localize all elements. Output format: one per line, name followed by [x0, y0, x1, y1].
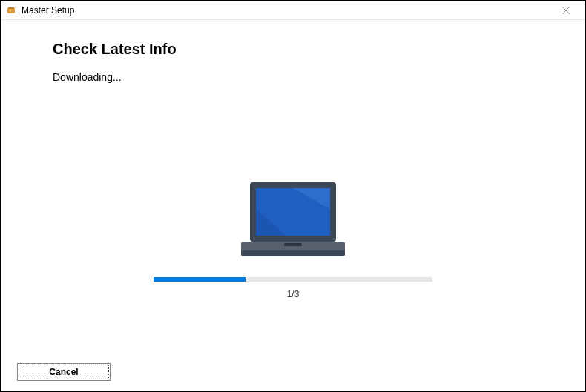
svg-rect-10: [284, 243, 302, 246]
status-text: Downloading...: [53, 71, 533, 83]
cancel-button[interactable]: Cancel: [17, 363, 111, 381]
close-button[interactable]: [551, 1, 581, 19]
content-area: Check Latest Info Downloading... 1/3: [1, 20, 585, 299]
page-heading: Check Latest Info: [53, 41, 533, 58]
footer: Cancel: [17, 363, 111, 381]
laptop-illustration: [53, 179, 533, 262]
titlebar: Master Setup: [1, 1, 585, 20]
svg-rect-1: [8, 7, 14, 9]
progress-area: 1/3: [53, 277, 533, 299]
svg-rect-9: [241, 250, 345, 256]
svg-rect-0: [7, 8, 15, 13]
progress-label: 1/3: [287, 289, 300, 299]
app-icon: [5, 4, 17, 16]
progress-bar: [154, 277, 432, 282]
laptop-icon: [234, 179, 352, 262]
progress-fill: [154, 277, 246, 282]
window-title: Master Setup: [22, 5, 551, 16]
